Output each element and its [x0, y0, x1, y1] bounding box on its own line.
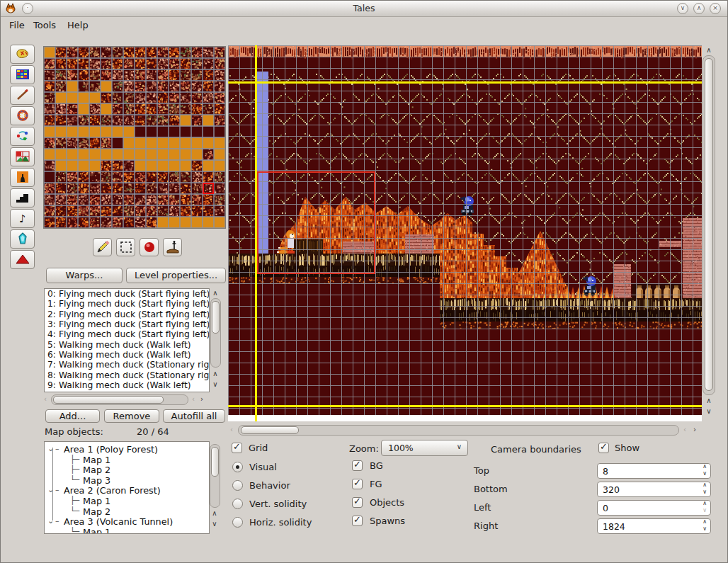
scroll-up-icon[interactable]: ∧ — [705, 46, 713, 54]
radio-behavior[interactable] — [232, 480, 243, 491]
menu-help[interactable]: Help — [64, 18, 91, 32]
camera-bottom-value: 320 — [603, 484, 620, 495]
objects-checkbox[interactable]: ✓ — [352, 497, 363, 508]
spin-up-icon[interactable]: ∧ — [703, 500, 707, 506]
tree-branch-line: – — [55, 485, 59, 494]
fg-checkbox[interactable]: ✓ — [352, 479, 363, 489]
object-list-hscroll-thumb[interactable] — [53, 396, 164, 404]
toolbar-spawn-button[interactable] — [10, 168, 35, 187]
toolbar-map-select-button[interactable] — [10, 147, 35, 166]
level-properties-button[interactable]: Level properties... — [126, 268, 226, 283]
spin-up-icon[interactable]: ∧ — [703, 482, 707, 488]
warps-button[interactable]: Warps... — [46, 268, 123, 283]
grid-checkbox[interactable]: ✓ — [232, 443, 242, 453]
object-list-item[interactable]: 10: Walking mech duck (Walk left) — [45, 390, 209, 392]
scroll-left-icon[interactable]: ‹ — [681, 426, 689, 433]
object-list-item[interactable]: 4: Flying mech duck (Start flying left) — [45, 329, 209, 339]
remove-button[interactable]: Remove — [104, 409, 159, 423]
scroll-left-icon[interactable]: ‹ — [41, 395, 50, 403]
scroll-left-icon[interactable]: ‹ — [189, 395, 198, 403]
scroll-up-icon[interactable]: ∧ — [210, 509, 219, 517]
maximize-button[interactable]: ∧ — [693, 3, 705, 14]
map-hscrollbar[interactable] — [238, 425, 679, 436]
object-list-item[interactable]: 8: Walking mech duck (Stationary right) — [45, 370, 209, 380]
toolbar-select-blob-button[interactable] — [10, 45, 35, 64]
fill-tool-button[interactable] — [140, 238, 159, 256]
object-list-hscrollbar[interactable] — [51, 394, 188, 405]
spin-down-icon[interactable]: ∨ — [703, 489, 707, 495]
object-list-item[interactable]: 6: Walking mech duck (Walk left) — [45, 350, 209, 360]
titlebar[interactable]: · Tales ∨ ∧ × — [1, 1, 727, 17]
scroll-right-icon[interactable]: › — [198, 395, 206, 403]
chevron-down-icon: ∨ — [457, 443, 462, 450]
object-list-item[interactable]: 5: Walking mech duck (Walk left) — [45, 340, 209, 350]
spawns-checkbox[interactable]: ✓ — [352, 516, 363, 526]
level-map-canvas[interactable] — [228, 45, 702, 421]
spin-down-icon[interactable]: ∨ — [703, 525, 707, 532]
scroll-down-icon[interactable]: ∨ — [211, 380, 220, 388]
object-list-item[interactable]: 7: Walking mech duck (Stationary right) — [45, 360, 209, 370]
menubar: File Tools Help — [1, 16, 727, 33]
tree-expander-icon[interactable]: ⌄ — [47, 444, 54, 453]
scroll-up-icon[interactable]: ∧ — [705, 397, 713, 404]
probe-tool-button[interactable] — [163, 238, 182, 256]
spin-up-icon[interactable]: ∧ — [703, 518, 707, 525]
show-label: Show — [615, 443, 639, 453]
close-button[interactable]: × — [710, 3, 721, 14]
menu-tools[interactable]: Tools — [30, 18, 59, 32]
camera-top-spinbox[interactable]: 8 ∧∨ — [597, 463, 711, 479]
music-icon: ♪ — [15, 214, 30, 227]
tile-palette[interactable] — [44, 47, 225, 228]
add-button[interactable]: Add... — [45, 409, 100, 423]
tree-expander-icon[interactable]: ⌄ — [47, 485, 54, 494]
toolbar-brush-button[interactable] — [10, 86, 35, 105]
item-icon — [15, 234, 30, 248]
radio-visual[interactable] — [232, 462, 243, 472]
scroll-left-icon[interactable]: ‹ — [227, 426, 236, 433]
tree-vscroll-thumb[interactable] — [211, 447, 219, 477]
scroll-right-icon[interactable]: › — [690, 426, 699, 433]
map-vscroll-thumb[interactable] — [705, 58, 713, 391]
map-vscrollbar[interactable] — [703, 55, 715, 395]
pencil-tool-button[interactable] — [93, 238, 112, 256]
tree-expander-icon[interactable]: ⌄ — [47, 516, 54, 525]
scroll-up-icon[interactable]: ∧ — [211, 289, 220, 297]
zoom-combobox[interactable]: 100% ∨ — [381, 440, 468, 456]
toolbar-tileset-button[interactable] — [10, 65, 35, 84]
show-checkbox[interactable]: ✓ — [598, 443, 609, 453]
scroll-up-icon[interactable]: ∧ — [211, 370, 220, 377]
scroll-down-icon[interactable]: ∨ — [210, 520, 219, 528]
map-tree[interactable]: ⌄–Area 1 (Poloy Forest)├─Map 1├─Map 2└─M… — [44, 441, 210, 534]
object-list-item[interactable]: 2: Flying mech duck (Start flying left) — [45, 309, 209, 319]
object-list-item[interactable]: 0: Flying mech duck (Start flying left) — [45, 289, 209, 299]
toolbar-objects-button[interactable] — [10, 127, 35, 146]
toolbar-solidity-button[interactable] — [10, 188, 35, 207]
marquee-tool-button[interactable] — [116, 238, 135, 256]
spin-up-icon[interactable]: ∧ — [703, 463, 707, 470]
bg-checkbox[interactable]: ✓ — [352, 460, 363, 471]
object-list-item[interactable]: 9: Walking mech duck (Walk left) — [45, 380, 209, 390]
radio-vert-solidity[interactable] — [232, 499, 243, 509]
spin-down-icon[interactable]: ∨ — [703, 507, 707, 513]
object-list-item[interactable]: 3: Flying mech duck (Start flying left) — [45, 319, 209, 329]
toolbar-item-button[interactable] — [10, 229, 35, 249]
menu-file[interactable]: File — [6, 18, 28, 32]
spin-down-icon[interactable]: ∨ — [703, 470, 707, 477]
toolbar-ring-button[interactable] — [10, 106, 35, 125]
scroll-down-icon[interactable]: ∨ — [705, 407, 713, 415]
map-hscroll-thumb[interactable] — [241, 426, 299, 434]
fg-label: FG — [370, 479, 382, 489]
camera-left-spinbox[interactable]: 0 ∧∨ — [597, 500, 711, 516]
object-list-item[interactable]: 1: Flying mech duck (Start flying left) — [45, 299, 209, 309]
camera-bottom-spinbox[interactable]: 320 ∧∨ — [597, 482, 711, 497]
autofill-all-button[interactable]: Autofill all — [163, 409, 225, 423]
camera-top-value: 8 — [603, 466, 608, 477]
radio-behavior-label: Behavior — [249, 480, 290, 491]
object-list-vscroll-thumb[interactable] — [212, 301, 220, 334]
radio-horiz-solidity[interactable] — [232, 517, 243, 528]
toolbar-music-button[interactable]: ♪ — [10, 209, 35, 228]
map-object-list[interactable]: 0: Flying mech duck (Start flying left)1… — [44, 288, 210, 392]
shade-button[interactable]: ∨ — [677, 3, 688, 14]
toolbar-warp-button[interactable] — [10, 250, 35, 269]
camera-right-spinbox[interactable]: 1824 ∧∨ — [597, 518, 711, 534]
